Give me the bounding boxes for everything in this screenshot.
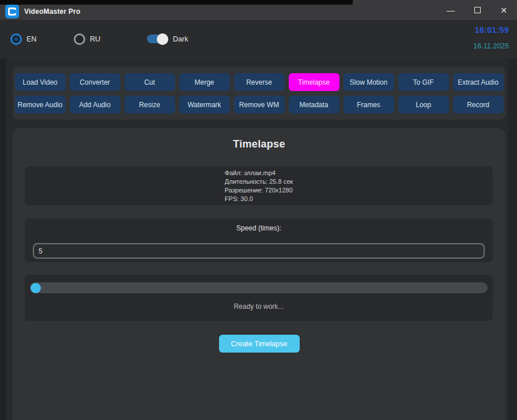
speed-input[interactable]: [33, 243, 485, 259]
titlebar-shadow-strip: [0, 0, 353, 5]
clock-date: 16.11.2025: [473, 42, 509, 50]
file-info-name: Файл: эллаи.mp4: [225, 169, 293, 177]
tab-to-gif[interactable]: To GIF: [398, 73, 449, 91]
app-logo-icon: [5, 5, 19, 18]
radio-selected-icon[interactable]: [10, 33, 22, 45]
tab-frames[interactable]: Frames: [344, 96, 394, 113]
tab-slow-motion[interactable]: Slow Motion: [344, 73, 394, 91]
toolbar-row-1: Load Video Converter Cut Merge Reverse T…: [14, 73, 504, 91]
language-ru-label: RU: [90, 35, 100, 43]
maximize-button[interactable]: [464, 0, 490, 20]
radio-unselected-icon[interactable]: [74, 33, 85, 45]
window-edge-right: [508, 59, 517, 420]
speed-label: Speed (times):: [25, 224, 493, 232]
toolbar-panel: Load Video Converter Cut Merge Reverse T…: [13, 66, 505, 120]
tab-remove-audio[interactable]: Remove Audio: [15, 96, 66, 113]
create-timelapse-button[interactable]: Create Timelapse: [219, 335, 300, 353]
close-button[interactable]: ✕: [490, 0, 517, 20]
file-info-box: Файл: эллаи.mp4 Длительность: 25.8 сек Р…: [25, 167, 493, 205]
tab-metadata[interactable]: Metadata: [289, 96, 339, 113]
file-info-fps: FPS: 30.0: [225, 195, 293, 203]
tab-record[interactable]: Record: [453, 96, 504, 113]
toggle-track[interactable]: [147, 35, 167, 43]
file-info-duration: Длительность: 25.8 сек: [225, 177, 293, 186]
window-controls: — ✕: [437, 0, 517, 20]
progress-bar[interactable]: [30, 282, 488, 293]
speed-section: Speed (times):: [25, 218, 493, 262]
tab-loop[interactable]: Loop: [398, 96, 449, 113]
tab-resize[interactable]: Resize: [124, 96, 175, 113]
tab-extract-audio[interactable]: Extract Audio: [453, 73, 504, 91]
tab-load-video[interactable]: Load Video: [15, 73, 66, 91]
clock-time: 16:01:59: [473, 25, 509, 35]
page-title: Timelapse: [13, 138, 505, 150]
file-info-resolution: Разрешение: 720x1280: [225, 186, 293, 195]
minimize-button[interactable]: —: [437, 0, 464, 20]
maximize-icon: [474, 7, 481, 13]
language-radio-ru[interactable]: RU: [74, 33, 100, 45]
window-title: VideoMaster Pro: [24, 7, 80, 16]
clock: 16:01:59 16.11.2025: [473, 25, 509, 50]
toolbar-row-2: Remove Audio Add Audio Resize Watermark …: [14, 96, 504, 113]
status-text: Ready to work...: [25, 302, 493, 311]
tab-timelapse[interactable]: Timelapse: [289, 73, 339, 91]
app-window: VideoMaster Pro — ✕ EN RU Dark: [0, 0, 517, 420]
window-edge-left: [0, 59, 6, 420]
language-radio-en[interactable]: EN: [10, 33, 36, 45]
close-icon: ✕: [500, 6, 507, 15]
progress-knob-icon[interactable]: [31, 283, 41, 293]
tab-add-audio[interactable]: Add Audio: [70, 96, 120, 113]
tab-watermark[interactable]: Watermark: [179, 96, 230, 113]
theme-toggle-label: Dark: [173, 35, 188, 43]
theme-toggle[interactable]: Dark: [147, 35, 188, 43]
progress-section: Ready to work...: [25, 275, 493, 321]
tab-remove-wm[interactable]: Remove WM: [234, 96, 285, 113]
minimize-icon: —: [447, 6, 455, 15]
app-logo-gap: [14, 10, 17, 13]
toggle-knob-icon[interactable]: [157, 33, 168, 45]
file-info: Файл: эллаи.mp4 Длительность: 25.8 сек Р…: [225, 169, 293, 203]
tab-merge[interactable]: Merge: [179, 73, 230, 91]
language-en-label: EN: [27, 35, 36, 43]
tab-converter[interactable]: Converter: [70, 73, 120, 91]
header: EN RU Dark 16:01:59 16.11.2025: [0, 21, 517, 59]
tab-cut[interactable]: Cut: [124, 73, 175, 91]
main-panel: Timelapse Файл: эллаи.mp4 Длительность: …: [13, 128, 505, 420]
tab-reverse[interactable]: Reverse: [234, 73, 285, 91]
